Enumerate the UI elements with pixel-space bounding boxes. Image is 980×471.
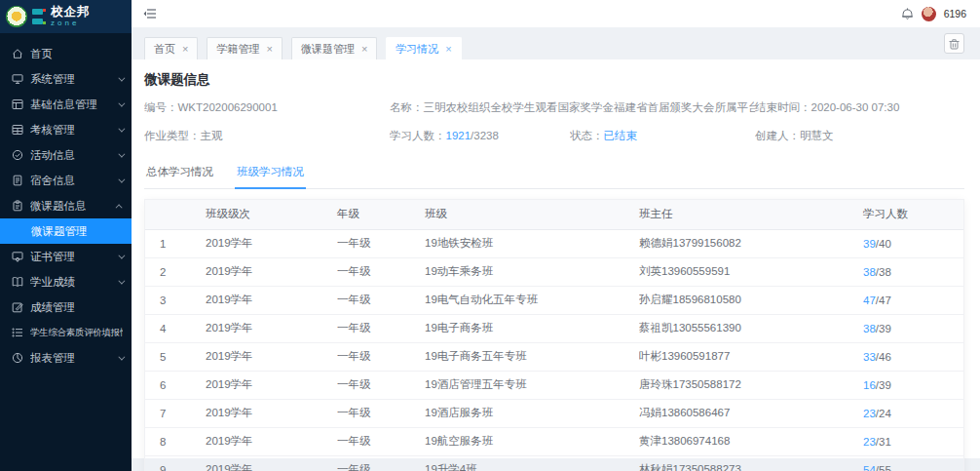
learned-count-link[interactable]: 23 [863, 408, 876, 419]
info-label: 创建人： [755, 130, 800, 141]
grade-cell: 一年级 [337, 286, 425, 314]
tab-close-icon[interactable]: × [445, 43, 451, 55]
row-index: 4 [145, 314, 206, 342]
certificate-icon [12, 251, 23, 262]
edit-icon [12, 301, 23, 313]
grade-cell: 一年级 [337, 342, 425, 371]
tab-close-icon[interactable]: × [266, 43, 272, 55]
sidebar-item-label: 基础信息管理 [30, 98, 111, 112]
close-tabs-trash-button[interactable] [944, 33, 964, 54]
sidebar-item-2[interactable]: 基础信息管理 [0, 92, 132, 117]
term-cell: 2019学年 [206, 314, 337, 342]
class-cell: 19电子商务五年专班 [425, 342, 639, 371]
info-value: 三明农校组织全校学生观看国家奖学金福建省首届颁奖大会所属平台：思想品德 [424, 101, 756, 113]
info-value: 主观 [201, 130, 223, 141]
table-row: 22019学年一年级19动车乘务班刘英1396055959138/38 [145, 257, 963, 286]
chevron-down-icon [118, 353, 125, 360]
collapse-menu-icon[interactable] [143, 7, 157, 20]
layout-icon [12, 98, 23, 110]
user-avatar[interactable] [922, 7, 936, 21]
row-index: 8 [145, 427, 206, 455]
tab-label: 学籍管理 [216, 42, 259, 57]
sidebar-item-7[interactable]: 证书管理 [0, 244, 132, 269]
learned-count-link[interactable]: 39 [863, 238, 876, 250]
monitor-icon [12, 73, 23, 85]
column-header-班主任: 班主任 [639, 200, 863, 229]
total-count: /39 [876, 379, 891, 391]
class-cell: 19酒店服务班 [425, 399, 639, 427]
sidebar-item-label: 学业成绩 [30, 275, 111, 290]
subtab-总体学习情况[interactable]: 总体学习情况 [144, 159, 215, 189]
sidebar-item-6[interactable]: 微课题信息 [0, 193, 132, 218]
circle-check-icon [12, 149, 23, 161]
chevron-up-icon [116, 204, 123, 211]
grade-cell: 一年级 [337, 314, 425, 342]
column-header-班级级次: 班级级次 [206, 200, 337, 229]
learned-count-link[interactable]: 38 [863, 323, 876, 334]
table-icon [12, 124, 23, 136]
row-index: 2 [145, 257, 206, 286]
learned-count-link[interactable]: 38 [863, 266, 876, 278]
sidebar-item-11[interactable]: 报表管理 [0, 345, 132, 371]
sidebar-item-0[interactable]: 首页 [0, 41, 132, 66]
sidebar-item-label: 成绩管理 [30, 300, 123, 315]
column-header-学习人数: 学习人数 [863, 200, 963, 229]
learned-count-link[interactable]: 23 [863, 436, 876, 448]
sidebar-subitem-微课题管理[interactable]: 微课题管理 [0, 218, 132, 244]
row-index: 6 [145, 371, 206, 399]
tab-label: 学习情况 [396, 42, 438, 57]
column-header-年级: 年级 [337, 200, 425, 229]
tab-首页[interactable]: 首页× [144, 37, 198, 59]
sidebar-item-10[interactable]: 学生综合素质评价填报情况 [0, 320, 132, 345]
home-icon [12, 48, 23, 59]
grade-cell: 一年级 [337, 455, 425, 471]
class-learning-table-panel: 班级级次年级班级班主任学习人数 12019学年一年级19地铁安检班赖德娟1379… [144, 199, 964, 471]
sidebar-item-5[interactable]: 宿舍信息 [0, 168, 132, 193]
class-cell: 19升学4班 [425, 455, 639, 471]
learned-count-link[interactable]: 54 [863, 464, 876, 471]
learned-count-link[interactable]: 47 [863, 294, 876, 306]
learned-count-cell: 16/39 [863, 371, 963, 399]
learned-count-cell: 23/24 [863, 399, 963, 427]
class-cell: 19地铁安检班 [425, 229, 639, 257]
chevron-down-icon [118, 99, 125, 106]
teacher-cell: 蔡祖凯13055561390 [639, 314, 863, 342]
sidebar-item-8[interactable]: 学业成绩 [0, 269, 132, 294]
learned-count-cell: 47/47 [863, 286, 963, 314]
school-emblem-icon [6, 6, 27, 27]
learned-count-cell: 23/31 [863, 427, 963, 455]
total-count: /31 [876, 436, 891, 448]
teacher-cell: 黄津13806974168 [639, 427, 863, 455]
tab-label: 首页 [154, 42, 175, 57]
tab-微课题管理[interactable]: 微课题管理× [291, 37, 377, 59]
sidebar-menu: 首页系统管理基础信息管理考核管理活动信息宿舍信息微课题信息微课题管理证书管理学业… [0, 33, 132, 371]
learning-subtabs: 总体学习情况班级学习情况 [144, 157, 964, 189]
tab-close-icon[interactable]: × [182, 43, 188, 55]
notification-bell-icon[interactable] [901, 7, 914, 20]
table-row: 82019学年一年级19航空服务班黄津1380697416823/31 [145, 427, 963, 455]
tab-学习情况[interactable]: 学习情况× [386, 37, 461, 59]
teacher-cell: 刘英13960559591 [639, 257, 863, 286]
row-index: 7 [145, 399, 206, 427]
chevron-down-icon [118, 150, 125, 157]
tab-close-icon[interactable]: × [361, 43, 367, 55]
sidebar-item-label: 学生综合素质评价填报情况 [30, 327, 123, 339]
sidebar-item-4[interactable]: 活动信息 [0, 142, 132, 168]
info-field-5: 状态：已结束 [570, 129, 755, 143]
total-count: /55 [876, 464, 891, 471]
learned-count-link[interactable]: 16 [863, 379, 876, 391]
brand-logo: 校企邦 zone [0, 0, 132, 33]
sidebar-item-3[interactable]: 考核管理 [0, 117, 132, 142]
class-cell: 19动车乘务班 [425, 257, 639, 286]
subtab-班级学习情况[interactable]: 班级学习情况 [235, 159, 306, 189]
sidebar-item-9[interactable]: 成绩管理 [0, 294, 132, 320]
term-cell: 2019学年 [206, 286, 337, 314]
sidebar-item-1[interactable]: 系统管理 [0, 66, 132, 92]
learned-count-link[interactable]: 33 [863, 351, 876, 363]
learned-count-cell: 38/39 [863, 314, 963, 342]
learned-count-cell: 38/38 [863, 257, 963, 286]
tab-学籍管理[interactable]: 学籍管理× [207, 37, 282, 59]
info-field-0: 编号：WKT202006290001 [144, 100, 390, 115]
total-count: /40 [876, 238, 891, 250]
info-value: 明慧文 [800, 130, 834, 141]
